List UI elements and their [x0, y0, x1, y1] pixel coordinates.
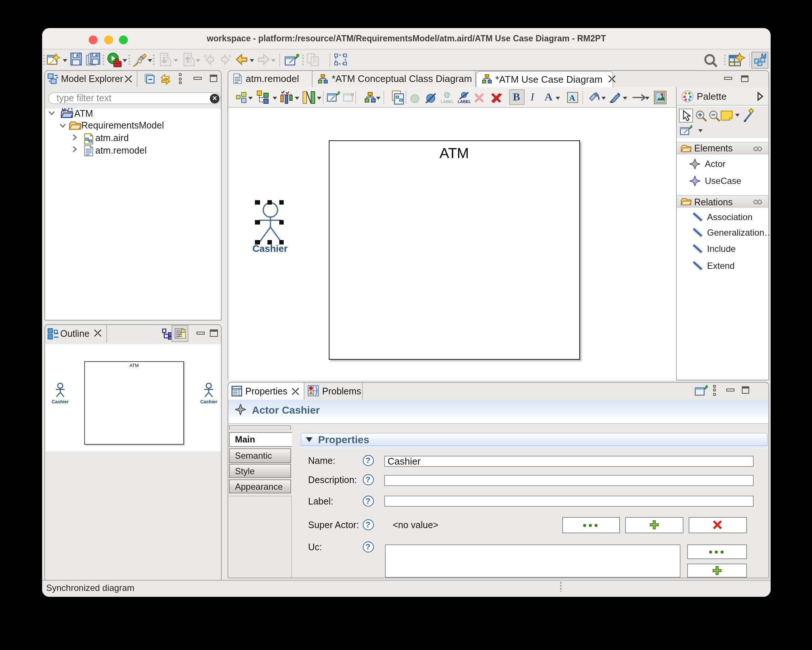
svg-text:Cashier: Cashier	[200, 399, 217, 404]
svg-text:M: M	[61, 108, 66, 113]
svg-text:LABEL: LABEL	[457, 99, 470, 104]
svg-text:A: A	[569, 93, 575, 102]
svg-text:Cashier: Cashier	[52, 399, 69, 404]
svg-text:M: M	[761, 53, 766, 60]
svg-text:LABEL: LABEL	[441, 99, 454, 104]
